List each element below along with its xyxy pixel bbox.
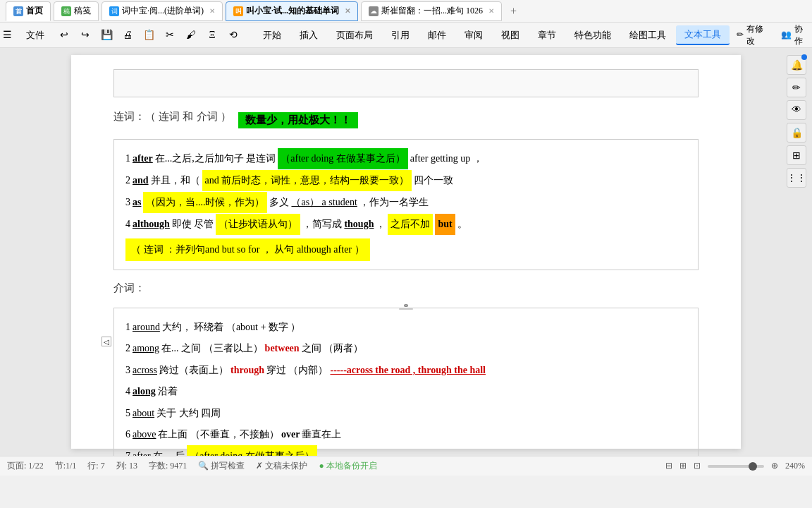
format-button[interactable]: Ξ — [202, 25, 222, 45]
word-about: about — [133, 403, 154, 423]
prep-line-after2: 7 after 在.... 后 （after doing 在做某事之后） — [125, 445, 687, 456]
tab-homepage[interactable]: 首 首页 — [6, 1, 51, 21]
scissors-button[interactable]: ✂ — [160, 25, 180, 45]
tab-home-label: 首页 — [26, 5, 43, 17]
prep6-text2: 垂直在上 — [302, 424, 341, 445]
prepositions-box: ◁ 1 around 大约， 环绕着 （about + 数字 ） 2 among… — [113, 308, 699, 456]
zoom-slider[interactable] — [708, 465, 764, 468]
modify-icon: ✏ — [737, 30, 744, 40]
ribbon-review[interactable]: 审阅 — [456, 26, 491, 44]
word-between: between — [265, 338, 300, 358]
word-and: and — [133, 171, 149, 190]
prep6-num: 6 — [125, 424, 130, 445]
ribbon-mail[interactable]: 邮件 — [419, 26, 455, 44]
doc-page: 连词：（ 连词 和 介词 ） 数量少，用处极大！！ 1 after 在...之后… — [71, 55, 741, 449]
ribbon-page-layout[interactable]: 页面布局 — [328, 26, 381, 44]
tab-vocab1-close[interactable]: ✕ — [209, 7, 215, 15]
tab-draft[interactable]: 稿 稿笺 — [54, 1, 99, 21]
print-button[interactable]: 🖨 — [118, 25, 137, 45]
prep-line-about: 5 about 关于 大约 四周 — [125, 403, 687, 423]
status-page-icon[interactable]: ⊡ — [694, 461, 701, 471]
tab-translate[interactable]: ☁ 斯崔留翻：一招...难句 1026 ✕ — [361, 1, 502, 21]
prep7-num: 7 — [125, 446, 130, 456]
prep2-text2: 之间 （两者） — [302, 338, 364, 358]
sidebar-eye-icon[interactable]: 👁 — [787, 100, 806, 120]
word-around: around — [133, 317, 160, 337]
status-bar: 页面: 1/22 节:1/1 行: 7 列: 13 字数: 9471 🔍 拼写检… — [0, 456, 812, 476]
ribbon-chapter[interactable]: 章节 — [529, 26, 565, 44]
line3-extra2: ，作为一名学生 — [359, 193, 429, 212]
modify-button[interactable]: ✏ 有修改 — [731, 20, 770, 50]
resize-handle[interactable] — [400, 304, 412, 310]
tab-vocab2-close[interactable]: ✕ — [345, 7, 350, 15]
line2-num: 2 — [125, 171, 130, 190]
menu-icon-button[interactable]: ☰ — [3, 25, 12, 45]
left-resize-handle[interactable]: ◁ — [102, 337, 111, 346]
tab-translate-close[interactable]: ✕ — [488, 7, 494, 15]
sidebar-notify-icon[interactable]: 🔔 — [787, 55, 806, 75]
tab-translate-icon: ☁ — [369, 6, 379, 16]
word-as-conj: as — [133, 193, 141, 212]
zoom-handle[interactable] — [749, 462, 757, 471]
resize-line — [399, 308, 413, 310]
line-and: 2 and 并且，和（ and 前后时态，词性，意思，结构一般要一致） 四个一致 — [125, 170, 687, 191]
arrow-button[interactable]: ⟲ — [223, 25, 243, 45]
prep7-highlight: （after doing 在做某事之后） — [187, 445, 317, 456]
ribbon-insert[interactable]: 插入 — [291, 26, 326, 44]
tab-vocab2[interactable]: 叫 叫小宝·试...知的基础单词 ✕ — [226, 1, 358, 21]
section1-label: 连词：（ 连词 和 介词 ） — [113, 110, 231, 123]
section2-label: 介词： — [113, 282, 145, 295]
word-along: along — [133, 381, 156, 401]
tab-draft-icon: 稿 — [61, 6, 71, 16]
undo-button[interactable]: ↩ — [54, 25, 74, 45]
ribbon-view[interactable]: 视图 — [493, 26, 528, 44]
prep3-text2: 穿过 （内部） — [266, 360, 328, 380]
collab-button[interactable]: 👥 协作 — [775, 20, 810, 50]
ribbon-text-tools[interactable]: 文本工具 — [676, 25, 730, 45]
word-after: after — [133, 149, 153, 169]
word-after2: after — [133, 446, 151, 456]
collab-icon: 👥 — [781, 30, 792, 40]
save-button[interactable]: 💾 — [97, 25, 116, 45]
status-zoom-icon1[interactable]: ⊟ — [665, 461, 672, 471]
tab-draft-label: 稿笺 — [74, 5, 91, 17]
redo-button[interactable]: ↪ — [75, 25, 95, 45]
menu-bar: ☰ 文件 ↩ ↪ 💾 🖨 📋 ✂ 🖌 Ξ ⟲ 开始 插入 页面布局 引用 邮件 … — [0, 23, 812, 48]
prep6-text1: 在上面 （不垂直，不接触） — [158, 424, 279, 445]
status-col: 列: 13 — [116, 460, 137, 472]
status-zoom-icon2[interactable]: ⊕ — [771, 461, 778, 471]
word-though: though — [344, 214, 374, 234]
line4-after-highlight: 之后不加 — [388, 214, 433, 235]
menu-file[interactable]: 文件 — [20, 26, 50, 44]
document-area: 连词：（ 连词 和 介词 ） 数量少，用处极大！！ 1 after 在...之后… — [0, 48, 812, 456]
sidebar-lock-icon[interactable]: 🔒 — [787, 123, 806, 143]
status-spell[interactable]: 🔍 拼写检查 — [198, 460, 245, 472]
line-as: 3 as （因为，当....时候，作为） 多义 （as） a student ，… — [125, 192, 687, 213]
brush-button[interactable]: 🖌 — [181, 25, 201, 45]
sidebar-more-icon[interactable]: ⋮⋮ — [787, 168, 806, 188]
sidebar-edit-icon[interactable]: ✏ — [787, 78, 806, 97]
line3-highlight: （因为，当....时候，作为） — [143, 192, 267, 213]
word-above: above — [133, 424, 156, 445]
line3-extra1: 多义 — [269, 193, 289, 212]
ribbon-features[interactable]: 特色功能 — [566, 26, 620, 44]
prep-line-along: 4 along 沿着 — [125, 381, 687, 401]
ribbon-draw-tools[interactable]: 绘图工具 — [621, 26, 675, 44]
tab-vocab1[interactable]: 词 词中宝·阅...(进阶单词) ✕ — [102, 1, 223, 21]
word-through: through — [230, 360, 264, 380]
ribbon-reference[interactable]: 引用 — [383, 26, 418, 44]
line4-dot: 。 — [457, 214, 467, 234]
new-tab-button[interactable]: + — [505, 2, 522, 20]
line4-cn3: ， — [376, 214, 386, 234]
word-among: among — [133, 338, 159, 358]
bottom-note: （ 连词 ：并列句and but so for ， 从句 although af… — [125, 238, 370, 261]
section1-highlight: 数量少，用处极大！！ — [238, 112, 358, 128]
prep4-text: 沿着 — [158, 381, 178, 401]
ribbon-start[interactable]: 开始 — [254, 26, 290, 44]
prep-line-above: 6 above 在上面 （不垂直，不接触） over 垂直在上 — [125, 424, 687, 445]
line4-highlight: （让步状语从句） — [216, 214, 300, 235]
status-layout-icon[interactable]: ⊞ — [679, 461, 687, 471]
copy-button[interactable]: 📋 — [139, 25, 159, 45]
line4-cn1: 即使 尽管 — [172, 214, 214, 234]
sidebar-grid-icon[interactable]: ⊞ — [787, 145, 806, 165]
